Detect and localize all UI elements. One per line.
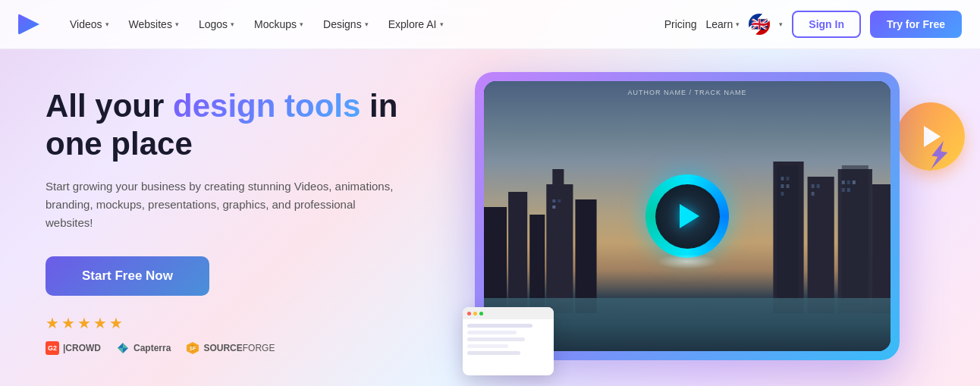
svg-rect-30	[847, 188, 850, 192]
start-free-button[interactable]: Start Free Now	[46, 256, 209, 296]
svg-rect-22	[781, 192, 784, 196]
browser-dot-red	[467, 312, 471, 315]
nav-links: Videos ▾ Websites ▾ Logos ▾ Mockups ▾ De…	[61, 14, 664, 35]
svg-rect-3	[484, 207, 507, 313]
svg-text:SF: SF	[190, 346, 197, 351]
capterra-label: Capterra	[133, 343, 171, 353]
star-3: ★	[77, 314, 91, 332]
chevron-down-icon: ▾	[736, 20, 740, 28]
browser-line-1	[467, 324, 532, 328]
nav-pricing[interactable]: Pricing	[664, 18, 697, 30]
chevron-down-icon: ▾	[440, 20, 444, 28]
capterra-icon	[116, 341, 130, 355]
browser-line-4	[467, 344, 508, 348]
chevron-down-icon: ▾	[105, 20, 109, 28]
svg-rect-21	[786, 184, 789, 188]
navbar: Videos ▾ Websites ▾ Logos ▾ Mockups ▾ De…	[0, 0, 980, 49]
svg-rect-7	[552, 169, 564, 188]
browser-dot-yellow	[473, 312, 477, 315]
decorative-lightning	[924, 139, 953, 177]
chevron-down-icon: ▾	[300, 20, 303, 28]
nav-item-websites[interactable]: Websites ▾	[120, 14, 188, 35]
svg-rect-25	[812, 192, 815, 196]
trust-badges: G2 |CROWD Capterra SF SOURCEFORGE	[46, 341, 440, 355]
play-triangle-icon	[680, 204, 699, 228]
browser-content	[463, 319, 554, 362]
svg-rect-28	[853, 180, 856, 184]
chevron-down-icon: ▾	[365, 20, 369, 28]
svg-rect-4	[508, 192, 527, 313]
try-free-button[interactable]: Try for Free	[870, 11, 962, 38]
play-inner-circle	[655, 184, 720, 249]
badge-capterra: Capterra	[116, 341, 171, 355]
decorative-browser	[463, 307, 554, 375]
nav-item-mockups[interactable]: Mockups ▾	[245, 14, 313, 35]
browser-line-3	[467, 337, 525, 341]
star-1: ★	[46, 314, 59, 332]
nav-right: Pricing Learn ▾ 🇬🇧 ▾ Sign In Try for Fre…	[664, 11, 962, 38]
hero-subtitle: Start growing your business by creating …	[46, 177, 394, 232]
sourceforge-label: SOURCEFORGE	[203, 343, 275, 353]
star-4: ★	[93, 314, 107, 332]
nav-item-logos[interactable]: Logos ▾	[190, 14, 243, 35]
nav-item-designs[interactable]: Designs ▾	[314, 14, 378, 35]
track-label: AUTHOR NAME / TRACK NAME	[628, 89, 747, 96]
language-selector[interactable]: 🇬🇧	[749, 14, 770, 35]
svg-rect-18	[781, 177, 784, 180]
g2-label: |CROWD	[63, 343, 101, 353]
svg-rect-11	[808, 177, 834, 313]
browser-dot-green	[479, 312, 483, 315]
svg-rect-8	[575, 199, 596, 313]
nav-item-videos[interactable]: Videos ▾	[61, 14, 118, 35]
browser-line-5	[467, 351, 520, 355]
svg-rect-6	[546, 184, 573, 313]
chevron-down-icon: ▾	[231, 20, 234, 28]
hero-title: All your design tools in one place	[46, 87, 440, 164]
nav-learn[interactable]: Learn ▾	[705, 18, 740, 30]
svg-rect-24	[817, 184, 820, 188]
svg-rect-15	[552, 199, 555, 202]
svg-rect-16	[558, 199, 561, 202]
play-base-glow	[657, 254, 718, 269]
play-button-overlay[interactable]	[645, 174, 729, 258]
play-outer-ring	[645, 174, 729, 258]
signin-button[interactable]: Sign In	[792, 11, 861, 38]
hero-left: All your design tools in one place Start…	[46, 80, 440, 355]
logo[interactable]	[18, 14, 39, 35]
sourceforge-icon: SF	[186, 341, 199, 355]
svg-rect-17	[552, 206, 555, 209]
nav-item-explore-ai[interactable]: Explore AI ▾	[379, 14, 453, 35]
g2-icon: G2	[46, 341, 59, 355]
lang-chevron-icon: ▾	[779, 20, 783, 28]
svg-rect-19	[786, 177, 789, 180]
hero-section: All your design tools in one place Start…	[0, 49, 980, 386]
chevron-down-icon: ▾	[175, 20, 179, 28]
svg-rect-23	[812, 184, 815, 188]
hero-right: AUTHOR NAME / TRACK NAME	[440, 80, 934, 360]
badge-sourceforge: SF SOURCEFORGE	[186, 341, 275, 355]
svg-rect-29	[842, 188, 845, 192]
star-5: ★	[109, 314, 123, 332]
badge-g2crowd: G2 |CROWD	[46, 341, 101, 355]
svg-rect-27	[847, 180, 850, 184]
browser-line-2	[467, 331, 517, 334]
stars-rating: ★ ★ ★ ★ ★	[46, 314, 440, 332]
browser-bar	[463, 307, 554, 319]
logo-icon	[18, 14, 39, 35]
star-2: ★	[61, 314, 75, 332]
svg-rect-20	[781, 184, 784, 188]
svg-rect-13	[842, 165, 868, 306]
svg-rect-14	[872, 184, 890, 313]
svg-rect-26	[842, 180, 845, 184]
